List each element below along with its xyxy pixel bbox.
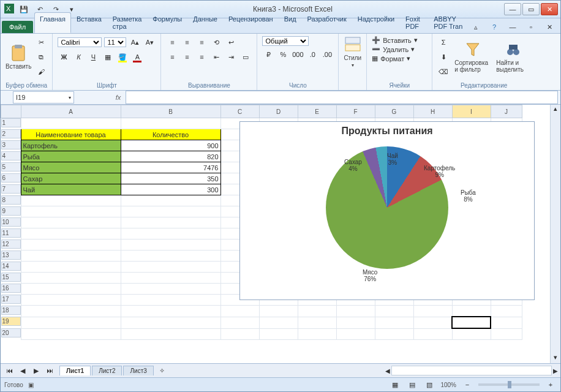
cell[interactable]	[121, 328, 220, 340]
sheet-tab[interactable]: Лист1	[59, 366, 91, 375]
cell[interactable]	[491, 328, 522, 340]
close-button[interactable]: ✕	[541, 3, 558, 15]
underline-button[interactable]: Ч	[87, 51, 99, 63]
align-left-icon[interactable]: ≡	[166, 51, 178, 63]
zoom-level[interactable]: 100%	[440, 382, 456, 388]
number-format-select[interactable]: Общий	[262, 36, 309, 46]
cell[interactable]: Наименование товара	[21, 129, 121, 140]
cell[interactable]	[220, 328, 259, 340]
row-header[interactable]: 20	[1, 328, 21, 337]
embedded-chart[interactable]: Продукты питания Картофель9%Рыба8%Мясо76…	[239, 121, 535, 300]
cell[interactable]	[259, 328, 298, 340]
normal-view-icon[interactable]: ▦	[389, 379, 401, 391]
cell[interactable]: 7476	[121, 162, 220, 173]
cell[interactable]	[452, 328, 491, 340]
currency-icon[interactable]: ₽	[262, 48, 274, 61]
zoom-slider[interactable]	[478, 383, 540, 386]
cell[interactable]: Мясо	[21, 162, 121, 173]
orientation-icon[interactable]: ⟲	[210, 36, 222, 48]
zoom-in-icon[interactable]: +	[544, 379, 557, 391]
cell[interactable]	[375, 328, 413, 340]
bold-button[interactable]: Ж	[58, 51, 70, 63]
column-header[interactable]: A	[21, 105, 121, 118]
font-name-select[interactable]: Calibri	[58, 37, 102, 47]
cell[interactable]	[21, 262, 121, 273]
scroll-left-icon[interactable]: ◀	[385, 368, 390, 374]
merge-icon[interactable]: ▭	[239, 51, 252, 63]
wrap-text-icon[interactable]: ↩	[225, 36, 237, 48]
cell[interactable]	[121, 284, 220, 295]
cell[interactable]	[121, 206, 220, 217]
last-sheet-icon[interactable]: ⏭	[43, 364, 56, 377]
styles-button[interactable]: Стили ▾	[344, 36, 361, 68]
select-all-corner[interactable]	[1, 105, 21, 118]
row-header[interactable]: 17	[1, 295, 21, 304]
next-sheet-icon[interactable]: ▶	[30, 364, 42, 377]
zoom-out-icon[interactable]: −	[461, 379, 473, 391]
autosum-icon[interactable]: Σ	[437, 36, 450, 48]
comma-icon[interactable]: 000	[292, 48, 304, 61]
page-break-view-icon[interactable]: ▧	[423, 379, 435, 391]
copy-icon[interactable]: ⧉	[35, 51, 47, 63]
align-bottom-icon[interactable]: ≡	[195, 36, 208, 48]
vertical-scrollbar[interactable]: ▴ ▾	[550, 105, 560, 363]
cell[interactable]	[491, 306, 522, 317]
cell[interactable]: Сахар	[21, 173, 121, 184]
cell[interactable]	[298, 328, 336, 340]
cell[interactable]	[452, 306, 491, 317]
cells-insert-button[interactable]: ➕ Вставить ▾	[372, 36, 427, 44]
scroll-down-icon[interactable]: ▾	[554, 353, 557, 363]
cell[interactable]	[121, 295, 220, 306]
ribbon-minimize-icon[interactable]: ▵	[470, 21, 482, 33]
cut-icon[interactable]: ✂	[35, 36, 47, 48]
ribbon-tab[interactable]: Вид	[279, 12, 302, 33]
cell[interactable]	[121, 217, 220, 228]
cell[interactable]	[491, 317, 522, 328]
row-header[interactable]: 8	[1, 195, 21, 205]
formula-input[interactable]	[126, 91, 558, 104]
ribbon-tab[interactable]: Формулы	[147, 12, 187, 33]
column-header[interactable]: E	[298, 105, 336, 118]
decrease-indent-icon[interactable]: ⇤	[210, 51, 222, 63]
cell[interactable]	[413, 317, 452, 328]
ribbon-tab[interactable]: Рецензирован	[223, 12, 279, 33]
cell[interactable]	[121, 239, 220, 251]
minimize-button[interactable]: —	[504, 3, 521, 15]
scroll-right-icon[interactable]: ▶	[553, 368, 558, 374]
cell[interactable]: 900	[121, 140, 220, 151]
save-icon[interactable]: 💾	[18, 3, 30, 15]
row-header[interactable]: 18	[1, 306, 21, 315]
row-header[interactable]: 15	[1, 273, 21, 282]
column-header[interactable]: D	[259, 105, 298, 118]
percent-icon[interactable]: %	[277, 48, 289, 61]
cell[interactable]	[375, 317, 413, 328]
cell[interactable]	[21, 284, 121, 295]
horizontal-scrollbar[interactable]: ◀ ▶	[385, 366, 560, 375]
cell[interactable]	[452, 317, 491, 328]
decrease-decimal-icon[interactable]: .00	[321, 48, 333, 61]
cell[interactable]	[21, 251, 121, 262]
column-header[interactable]: B	[121, 105, 220, 118]
cell[interactable]	[21, 273, 121, 284]
mdi-close-icon[interactable]: ✕	[543, 21, 555, 33]
cell[interactable]	[121, 228, 220, 239]
column-header[interactable]: J	[491, 105, 522, 118]
cell[interactable]	[298, 306, 336, 317]
row-header[interactable]: 2	[1, 129, 21, 138]
fx-icon[interactable]: fx	[111, 94, 126, 101]
maximize-button[interactable]: ▭	[522, 3, 540, 15]
clear-icon[interactable]: ⌫	[437, 66, 450, 78]
cell[interactable]: Рыба	[21, 151, 121, 162]
row-header[interactable]: 7	[1, 184, 21, 194]
cell[interactable]	[220, 317, 259, 328]
row-header[interactable]: 12	[1, 239, 21, 249]
cell[interactable]	[375, 306, 413, 317]
cell[interactable]: 300	[121, 184, 220, 195]
prev-sheet-icon[interactable]: ◀	[17, 364, 29, 377]
align-top-icon[interactable]: ≡	[166, 36, 178, 48]
ribbon-tab[interactable]: Надстройки	[352, 12, 400, 33]
new-sheet-icon[interactable]: ✧	[156, 364, 168, 377]
cell[interactable]	[298, 317, 336, 328]
cell[interactable]: Картофель	[21, 140, 121, 151]
cell[interactable]	[121, 273, 220, 284]
